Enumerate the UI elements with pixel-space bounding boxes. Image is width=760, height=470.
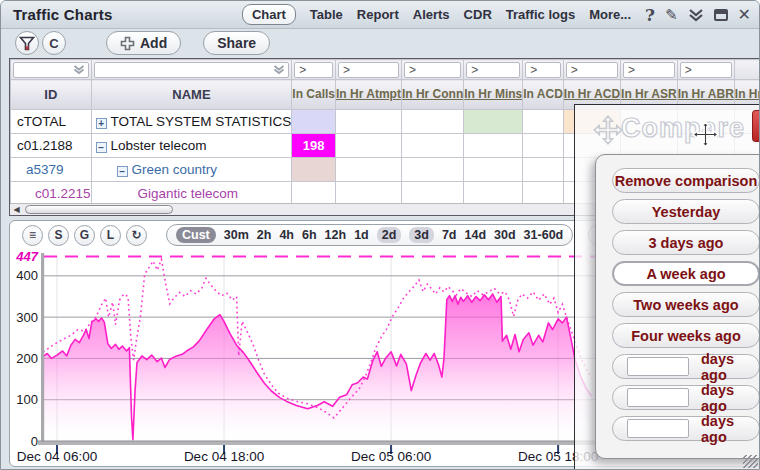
app-window: Traffic Charts ChartTableReportAlertsCDR… [0,0,760,470]
share-button[interactable]: Share [203,31,270,55]
compare-button[interactable]: C [42,31,66,55]
scrollbar-thumb[interactable] [25,205,173,214]
range-7d[interactable]: 7d [442,228,457,242]
value-cell [464,182,523,206]
grid-button[interactable]: G [74,225,95,246]
range-2h[interactable]: 2h [257,228,272,242]
compare-days-ago-row[interactable]: days ago [612,385,760,410]
days-ago-input[interactable] [627,419,689,438]
y-axis-label: 0 [31,434,38,449]
help-icon[interactable]: ? [645,5,655,25]
add-button[interactable]: Add [106,31,181,55]
clear-filter-button[interactable]: x [15,31,39,55]
filter-dropdown-id[interactable] [13,62,89,78]
row-name-label: Gigantic telecom [138,186,239,201]
row-name: +TOTAL SYSTEM STATISTICS [91,110,292,134]
compare-option-remove-comparison[interactable]: Remove comparison [612,168,760,193]
tab-more[interactable]: More... [589,7,631,22]
column-header-in-calls[interactable]: In Calls [292,80,336,110]
resize-grip-icon[interactable] [743,455,758,468]
range-31-60d[interactable]: 31-60d [524,228,564,242]
current-series-area [43,294,591,441]
days-ago-label: days ago [701,382,759,414]
close-icon[interactable]: ✕ [738,5,751,24]
column-header-in-acd[interactable]: In ACD [523,80,564,110]
filter-gt-in-hr-conn[interactable]: > [404,62,461,78]
compare-days-ago-row[interactable]: days ago [612,354,760,379]
collapse-icon[interactable]: − [96,142,107,153]
range-cust[interactable]: Cust [176,227,216,243]
range-30m[interactable]: 30m [224,228,249,242]
row-id: cTOTAL [11,110,92,134]
compare-overlay: Compare Remove comparisonYesterday3 days… [574,104,759,469]
days-ago-input[interactable] [627,388,689,407]
compare-option-3-days-ago[interactable]: 3 days ago [612,230,760,255]
row-name-label: Green country [132,162,218,177]
compare-option-a-week-ago[interactable]: A week ago [612,261,760,286]
column-header-in-hr-conn[interactable]: In Hr Conn [401,80,463,110]
range-6h[interactable]: 6h [302,228,317,242]
tab-chart[interactable]: Chart [242,4,296,25]
filter-gt-in-hr-abr[interactable]: > [680,62,732,78]
days-ago-input[interactable] [627,357,689,376]
value-cell [292,158,336,182]
days-ago-label: days ago [701,351,759,383]
value-cell [464,110,523,134]
range-2d[interactable]: 2d [377,227,402,243]
compare-option-yesterday[interactable]: Yesterday [612,199,760,224]
compare-option-four-weeks-ago[interactable]: Four weeks ago [612,323,760,348]
filter-gt-in-acd[interactable]: > [525,62,561,78]
value-cell [401,110,463,134]
drag-handle-icon[interactable] [593,115,623,145]
column-header-name: NAME [91,80,292,110]
time-range-selector: Cust30m2h4h6h12h1d2d3d7d14d30d31-60d [166,224,573,246]
compare-close-button[interactable] [752,110,759,142]
range-4h[interactable]: 4h [279,228,294,242]
range-30d[interactable]: 30d [494,228,516,242]
tab-table[interactable]: Table [310,7,343,22]
range-1d[interactable]: 1d [354,228,369,242]
scroll-left-arrow-icon[interactable]: ◀ [11,205,22,214]
legend-button[interactable]: L [100,225,121,246]
value-cell [523,110,564,134]
filter-gt-in-hr-mins[interactable]: > [466,62,520,78]
row-name: −Green country [91,158,292,182]
value-cell [523,182,564,206]
filter-gt-in-hr-asr[interactable]: > [623,62,675,78]
maximize-icon[interactable] [714,9,728,21]
filter-gt-in-hr-acd[interactable]: > [566,62,618,78]
collapse-icon[interactable] [688,8,704,22]
title-bar: Traffic Charts ChartTableReportAlertsCDR… [1,1,759,29]
tab-report[interactable]: Report [357,7,399,22]
collapse-icon[interactable]: − [117,166,128,177]
edit-icon[interactable]: ✎ [665,6,678,24]
row-name: −Lobster telecom [91,134,292,158]
plus-icon [120,36,135,51]
refresh-button[interactable]: ↻ [126,225,147,246]
value-cell [401,158,463,182]
row-name: Gigantic telecom [91,182,292,206]
range-14d[interactable]: 14d [465,228,487,242]
tab-traffic-logs[interactable]: Traffic logs [506,7,575,22]
filter-gt-in-calls[interactable]: > [294,62,333,78]
tab-cdr[interactable]: CDR [464,7,492,22]
column-header-id: ID [11,80,92,110]
expand-icon[interactable]: + [96,118,107,129]
row-name-label: Lobster telecom [111,138,207,153]
move-cursor-icon [692,121,719,148]
range-3d[interactable]: 3d [409,227,434,243]
menu-button[interactable]: ≡ [22,225,43,246]
range-12h[interactable]: 12h [325,228,347,242]
value-cell [401,182,463,206]
y-axis-label: 400 [16,268,38,283]
days-ago-label: days ago [701,413,759,445]
tab-alerts[interactable]: Alerts [413,7,450,22]
filter-dropdown-name[interactable] [94,62,290,78]
value-cell [464,134,523,158]
column-header-in-hr-mins[interactable]: In Hr Mins [464,80,523,110]
compare-option-two-weeks-ago[interactable]: Two weeks ago [612,292,760,317]
column-header-in-hr-atmpt[interactable]: In Hr Atmpt [336,80,402,110]
filter-gt-in-hr-atmpt[interactable]: > [338,62,399,78]
compare-days-ago-row[interactable]: days ago [612,416,760,441]
stacked-button[interactable]: S [48,225,69,246]
